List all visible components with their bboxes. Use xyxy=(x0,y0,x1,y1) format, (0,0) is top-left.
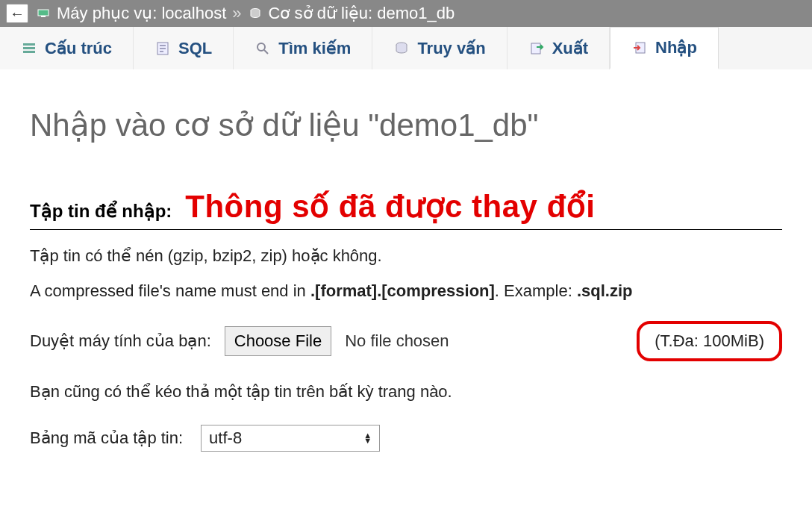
drag-drop-hint: Bạn cũng có thể kéo thả một tập tin trên… xyxy=(30,379,782,404)
svg-rect-0 xyxy=(38,10,49,16)
svg-rect-1 xyxy=(41,16,46,17)
browse-label: Duyệt máy tính của bạn: xyxy=(30,331,211,351)
tab-label: Cấu trúc xyxy=(45,39,112,58)
tab-sql[interactable]: SQL xyxy=(134,27,234,69)
query-icon xyxy=(393,40,410,57)
tab-label: Tìm kiếm xyxy=(278,39,351,58)
database-icon xyxy=(248,6,263,21)
compression-hint-2: A compressed file's name must end in .[f… xyxy=(30,278,782,303)
breadcrumb-bar: ← Máy phục vụ: localhost » Cơ sở dữ liệu… xyxy=(0,0,812,27)
charset-value: utf-8 xyxy=(209,428,242,448)
server-icon xyxy=(36,6,51,21)
max-size-badge: (T.Đa: 100MiB) xyxy=(637,321,782,361)
tab-structure[interactable]: Cấu trúc xyxy=(0,27,134,69)
tab-label: SQL xyxy=(178,39,212,58)
import-icon xyxy=(631,40,648,56)
choose-file-button[interactable]: Choose File xyxy=(225,326,331,356)
charset-row: Bảng mã của tập tin: utf-8 ▲▼ xyxy=(30,425,782,452)
svg-point-7 xyxy=(257,43,265,51)
tab-label: Nhập xyxy=(655,38,697,57)
breadcrumb-server[interactable]: Máy phục vụ: localhost xyxy=(57,4,226,23)
breadcrumb: Máy phục vụ: localhost » Cơ sở dữ liệu: … xyxy=(36,4,455,23)
breadcrumb-separator: » xyxy=(232,4,241,23)
structure-icon xyxy=(21,40,37,57)
charset-select[interactable]: utf-8 ▲▼ xyxy=(201,425,380,452)
compression-hint-1: Tập tin có thể nén (gzip, bzip2, zip) ho… xyxy=(30,243,782,268)
tab-query[interactable]: Truy vấn xyxy=(372,27,507,69)
tab-label: Truy vấn xyxy=(417,39,485,58)
tab-bar: Cấu trúc SQL Tìm kiếm Truy vấn Xuất Nhập xyxy=(0,27,812,69)
tab-export[interactable]: Xuất xyxy=(508,27,610,69)
file-section-header: Tập tin để nhập: Thông số đã được thay đ… xyxy=(30,188,782,230)
back-button[interactable]: ← xyxy=(6,4,28,23)
chevron-up-down-icon: ▲▼ xyxy=(363,433,372,443)
breadcrumb-database[interactable]: Cơ sở dữ liệu: demo1_db xyxy=(269,4,455,23)
file-section-label: Tập tin để nhập: xyxy=(30,201,172,222)
tab-search[interactable]: Tìm kiếm xyxy=(234,27,372,69)
svg-rect-5 xyxy=(23,51,35,53)
sql-icon xyxy=(154,40,171,57)
hint-format: .[format].[compression] xyxy=(310,281,495,300)
no-file-chosen: No file chosen xyxy=(345,331,449,351)
svg-rect-4 xyxy=(23,47,35,49)
charset-label: Bảng mã của tập tin: xyxy=(30,428,183,448)
svg-rect-3 xyxy=(23,43,35,46)
hint-text: A compressed file's name must end in xyxy=(30,281,310,300)
search-icon xyxy=(254,40,271,57)
tab-import[interactable]: Nhập xyxy=(610,27,719,69)
svg-rect-10 xyxy=(531,43,540,54)
tab-label: Xuất xyxy=(552,39,588,58)
svg-line-8 xyxy=(264,50,268,54)
hint-text: . Example: xyxy=(495,281,577,300)
export-icon xyxy=(528,40,545,57)
page-title: Nhập vào cơ sở dữ liệu "demo1_db" xyxy=(30,107,782,143)
overlay-annotation: Thông số đã được thay đổi xyxy=(185,188,595,225)
main-content: Nhập vào cơ sở dữ liệu "demo1_db" Tập ti… xyxy=(0,69,812,481)
hint-example: .sql.zip xyxy=(577,281,633,300)
file-browse-row: Duyệt máy tính của bạn: Choose File No f… xyxy=(30,321,782,361)
